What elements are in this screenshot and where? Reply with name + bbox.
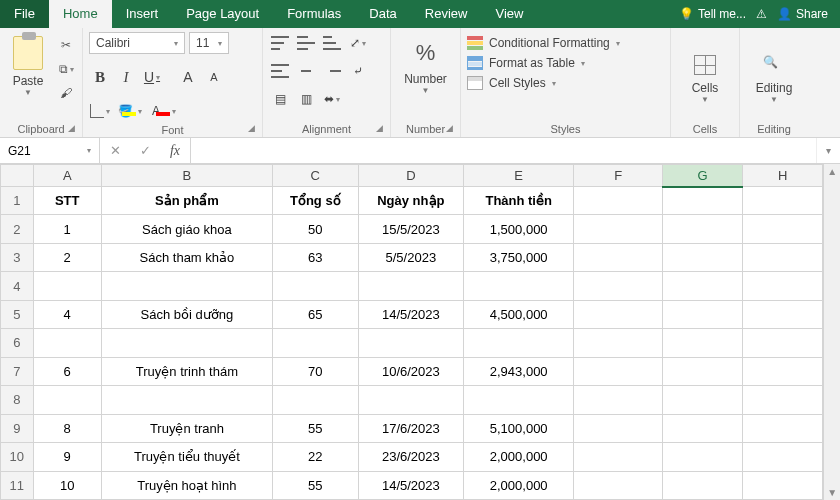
align-right-button[interactable] — [321, 60, 343, 82]
cell[interactable]: 14/5/2023 — [358, 300, 463, 328]
tab-insert[interactable]: Insert — [112, 0, 173, 28]
cell[interactable] — [662, 386, 742, 414]
row-header[interactable]: 4 — [1, 272, 34, 300]
row-header[interactable]: 6 — [1, 329, 34, 357]
cell[interactable] — [743, 443, 823, 471]
row-header[interactable]: 2 — [1, 215, 34, 243]
row-header[interactable]: 1 — [1, 187, 34, 215]
cell[interactable]: 2 — [33, 243, 101, 271]
tab-view[interactable]: View — [481, 0, 537, 28]
cell[interactable]: 6 — [33, 357, 101, 385]
cell[interactable] — [574, 471, 662, 499]
wrap-text-button[interactable]: ⤶ — [347, 60, 369, 82]
warning-icon[interactable]: ⚠ — [756, 7, 767, 21]
cell[interactable] — [101, 329, 272, 357]
cell[interactable] — [662, 443, 742, 471]
cell[interactable]: Truyện trinh thám — [101, 357, 272, 385]
cell[interactable] — [743, 471, 823, 499]
cell[interactable] — [662, 243, 742, 271]
align-left-button[interactable] — [269, 60, 291, 82]
col-header-H[interactable]: H — [743, 165, 823, 187]
cell[interactable] — [743, 300, 823, 328]
tab-page-layout[interactable]: Page Layout — [172, 0, 273, 28]
cell[interactable] — [743, 386, 823, 414]
cell[interactable]: 2,000,000 — [464, 471, 574, 499]
cell[interactable] — [574, 272, 662, 300]
tab-data[interactable]: Data — [355, 0, 410, 28]
underline-button[interactable]: U▾ — [141, 66, 163, 88]
cell[interactable]: 10/6/2023 — [358, 357, 463, 385]
cell[interactable]: 2,000,000 — [464, 443, 574, 471]
enter-formula-button[interactable]: ✓ — [130, 143, 160, 158]
cell[interactable] — [272, 329, 358, 357]
row-header[interactable]: 3 — [1, 243, 34, 271]
cell[interactable] — [574, 357, 662, 385]
number-format-button[interactable]: % Number ▼ — [404, 32, 447, 121]
cell[interactable]: 50 — [272, 215, 358, 243]
cell[interactable] — [358, 329, 463, 357]
cell[interactable] — [662, 215, 742, 243]
cell[interactable] — [743, 357, 823, 385]
increase-indent-button[interactable]: ▥ — [295, 88, 317, 110]
alignment-launcher[interactable]: ◢ — [376, 123, 388, 135]
cell[interactable] — [662, 329, 742, 357]
cell[interactable]: 3,750,000 — [464, 243, 574, 271]
cells-button[interactable]: Cells ▼ — [677, 32, 733, 121]
cell[interactable] — [464, 329, 574, 357]
paste-button[interactable]: Paste ▼ — [6, 32, 50, 121]
cell[interactable] — [743, 243, 823, 271]
cell[interactable]: Truyện tiểu thuyết — [101, 443, 272, 471]
cell[interactable] — [743, 329, 823, 357]
cell[interactable] — [574, 329, 662, 357]
cell[interactable] — [743, 272, 823, 300]
cell[interactable] — [574, 300, 662, 328]
cell[interactable] — [743, 215, 823, 243]
cell[interactable] — [101, 272, 272, 300]
grid-table[interactable]: A B C D E F G H 1STTSản phẩmTổng sốNgày … — [0, 164, 823, 500]
cell[interactable]: 63 — [272, 243, 358, 271]
borders-button[interactable]: ▾ — [89, 100, 111, 122]
cell[interactable]: 8 — [33, 414, 101, 442]
share-button[interactable]: 👤 Share — [777, 7, 828, 21]
cell[interactable] — [574, 443, 662, 471]
cell[interactable] — [272, 386, 358, 414]
cell[interactable] — [662, 414, 742, 442]
expand-formula-bar-button[interactable]: ▾ — [816, 138, 840, 163]
cell[interactable] — [662, 357, 742, 385]
cell[interactable]: 22 — [272, 443, 358, 471]
cell[interactable] — [574, 187, 662, 215]
cell[interactable] — [33, 272, 101, 300]
cell[interactable]: 4,500,000 — [464, 300, 574, 328]
cell[interactable]: Truyện tranh — [101, 414, 272, 442]
col-header-F[interactable]: F — [574, 165, 662, 187]
cell[interactable] — [272, 272, 358, 300]
cell[interactable]: 23/6/2023 — [358, 443, 463, 471]
row-header[interactable]: 11 — [1, 471, 34, 499]
col-header-G[interactable]: G — [662, 165, 742, 187]
font-name-select[interactable]: Calibri ▾ — [89, 32, 185, 54]
align-middle-button[interactable] — [295, 32, 317, 54]
cell-styles-button[interactable]: Cell Styles ▾ — [467, 76, 620, 90]
cell[interactable]: 65 — [272, 300, 358, 328]
cell[interactable]: 1,500,000 — [464, 215, 574, 243]
cell[interactable]: 55 — [272, 414, 358, 442]
cell[interactable]: Sách tham khảo — [101, 243, 272, 271]
cell[interactable] — [33, 386, 101, 414]
cell[interactable]: 2,943,000 — [464, 357, 574, 385]
cell[interactable]: Ngày nhập — [358, 187, 463, 215]
cell[interactable] — [464, 272, 574, 300]
align-bottom-button[interactable] — [321, 32, 343, 54]
tell-me[interactable]: 💡 Tell me... — [679, 7, 746, 21]
col-header-D[interactable]: D — [358, 165, 463, 187]
row-header[interactable]: 9 — [1, 414, 34, 442]
cell[interactable]: 70 — [272, 357, 358, 385]
italic-button[interactable]: I — [115, 66, 137, 88]
insert-function-button[interactable]: fx — [160, 143, 190, 159]
cell[interactable] — [358, 272, 463, 300]
fill-color-button[interactable]: 🪣▾ — [115, 100, 145, 122]
cell[interactable] — [574, 414, 662, 442]
cell[interactable] — [743, 414, 823, 442]
tab-review[interactable]: Review — [411, 0, 482, 28]
row-header[interactable]: 8 — [1, 386, 34, 414]
cell[interactable] — [358, 386, 463, 414]
